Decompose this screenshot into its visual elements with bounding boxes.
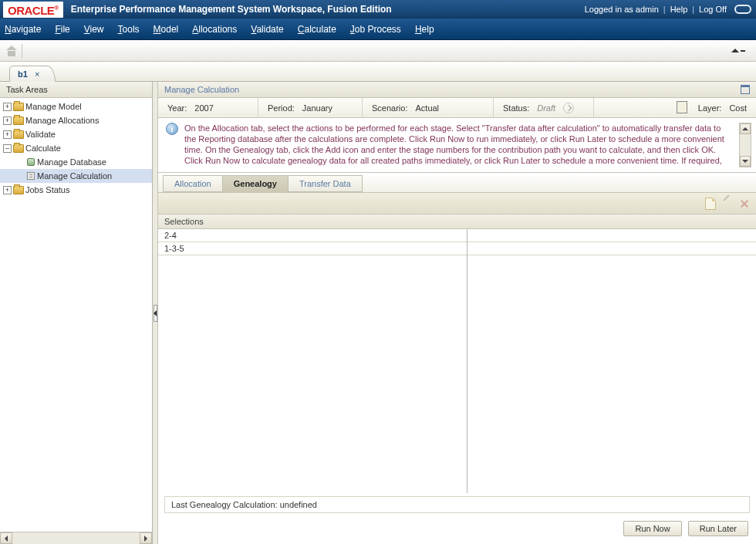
expand-icon[interactable]: + bbox=[3, 186, 12, 194]
grid-row[interactable]: 2-4 bbox=[158, 229, 756, 242]
database-icon bbox=[26, 157, 35, 167]
menu-allocations[interactable]: Allocations bbox=[192, 24, 237, 35]
menu-calculate[interactable]: Calculate bbox=[298, 24, 336, 35]
refresh-icon[interactable] bbox=[563, 103, 574, 113]
tab-transfer-data[interactable]: Transfer Data bbox=[288, 175, 363, 192]
triangle-right-icon bbox=[144, 536, 147, 542]
menu-model[interactable]: Model bbox=[154, 24, 179, 35]
folder-icon bbox=[13, 144, 24, 153]
separator: | bbox=[663, 5, 666, 14]
tree-label: Manage Allocations bbox=[25, 116, 99, 125]
pov-scenario-value: Actual bbox=[415, 103, 439, 113]
pov-period-value: January bbox=[302, 103, 332, 113]
help-link[interactable]: Help bbox=[670, 5, 688, 14]
scroll-down-button[interactable] bbox=[740, 156, 751, 167]
expand-icon[interactable]: + bbox=[3, 103, 12, 111]
info-panel: i On the Allocation tab, select the acti… bbox=[158, 118, 756, 173]
tab-allocation[interactable]: Allocation bbox=[163, 175, 223, 192]
pov-status[interactable]: Status: Draft bbox=[494, 98, 594, 117]
logged-in-label: Logged in as admin bbox=[585, 5, 659, 14]
task-tree: + Manage Model + Manage Allocations + Va… bbox=[0, 98, 152, 532]
pov-period[interactable]: Period: January bbox=[258, 98, 363, 117]
pov-year-value: 2007 bbox=[194, 103, 213, 113]
selections-grid: 2-4 1-3-5 bbox=[158, 229, 756, 493]
tree-label: Calculate bbox=[25, 144, 61, 153]
menu-bar: Navigate File View Tools Model Allocatio… bbox=[0, 19, 756, 40]
tree-item-calculate[interactable]: – Calculate bbox=[0, 141, 152, 155]
scroll-up-button[interactable] bbox=[740, 123, 751, 134]
sidebar-title: Task Areas bbox=[0, 82, 152, 98]
menu-job-process[interactable]: Job Process bbox=[350, 24, 401, 35]
tree-label: Manage Calculation bbox=[37, 171, 112, 181]
folder-icon bbox=[13, 130, 24, 139]
pov-status-label: Status: bbox=[503, 103, 529, 113]
triangle-down-icon bbox=[742, 160, 748, 163]
run-now-button[interactable]: Run Now bbox=[623, 521, 681, 536]
pov-scenario[interactable]: Scenario: Actual bbox=[363, 98, 494, 117]
pov-layer-value: Cost bbox=[729, 103, 747, 113]
scroll-right-button[interactable] bbox=[140, 532, 152, 544]
splitter-handle-icon bbox=[154, 305, 157, 322]
copy-icon[interactable] bbox=[678, 103, 687, 113]
pov-status-value: Draft bbox=[537, 103, 555, 113]
logoff-link[interactable]: Log Off bbox=[699, 5, 727, 14]
tab-genealogy[interactable]: Genealogy bbox=[222, 175, 289, 192]
splitter[interactable] bbox=[153, 82, 158, 544]
expand-icon[interactable]: + bbox=[3, 117, 12, 125]
grid-header-selections: Selections bbox=[158, 215, 756, 229]
pov-layer[interactable]: Layer: Cost bbox=[594, 98, 756, 117]
content-title: Manage Calculation bbox=[164, 85, 239, 94]
toolbar-strip bbox=[0, 40, 756, 62]
tree-item-manage-database[interactable]: Manage Database bbox=[0, 155, 152, 169]
last-calculation-status: Last Genealogy Calculation: undefined bbox=[164, 496, 750, 513]
info-icon: i bbox=[166, 123, 178, 135]
app-banner: ORACLE® Enterprise Performance Managemen… bbox=[0, 0, 756, 19]
content-area: Manage Calculation Year: 2007 Period: Ja… bbox=[158, 82, 756, 544]
pov-year[interactable]: Year: 2007 bbox=[158, 98, 258, 117]
tree-label: Jobs Status bbox=[25, 185, 69, 194]
pov-layer-label: Layer: bbox=[698, 103, 722, 113]
tree-item-manage-model[interactable]: + Manage Model bbox=[0, 100, 152, 113]
tree-item-validate[interactable]: + Validate bbox=[0, 127, 152, 141]
menu-help[interactable]: Help bbox=[415, 24, 434, 35]
grid-row[interactable]: 1-3-5 bbox=[158, 242, 756, 255]
new-icon[interactable] bbox=[705, 198, 716, 210]
menu-file[interactable]: File bbox=[55, 24, 69, 35]
tree-label: Manage Model bbox=[25, 102, 82, 111]
triangle-left-icon bbox=[5, 536, 8, 542]
home-icon[interactable] bbox=[6, 46, 17, 56]
grid-column-divider[interactable] bbox=[467, 229, 467, 493]
close-icon[interactable]: × bbox=[35, 69, 39, 79]
edit-icon[interactable] bbox=[722, 198, 733, 209]
app-title: Enterprise Performance Management System… bbox=[71, 4, 392, 15]
expand-icon[interactable]: + bbox=[3, 130, 12, 139]
pov-scenario-label: Scenario: bbox=[372, 103, 407, 113]
menu-validate[interactable]: Validate bbox=[251, 24, 284, 35]
document-tab-b1[interactable]: b1 × bbox=[9, 66, 56, 82]
folder-icon bbox=[13, 186, 24, 194]
tree-item-jobs-status[interactable]: + Jobs Status bbox=[0, 183, 152, 197]
scroll-left-button[interactable] bbox=[0, 532, 12, 544]
delete-icon[interactable] bbox=[739, 198, 750, 209]
folder-icon bbox=[13, 117, 24, 125]
tree-item-manage-allocations[interactable]: + Manage Allocations bbox=[0, 113, 152, 127]
maximize-icon[interactable] bbox=[741, 85, 750, 94]
sidebar-hscrollbar[interactable] bbox=[0, 532, 152, 544]
menu-tools[interactable]: Tools bbox=[118, 24, 140, 35]
separator bbox=[22, 44, 22, 58]
collapse-button[interactable] bbox=[727, 47, 750, 54]
tree-label: Manage Database bbox=[37, 157, 106, 167]
corporate-icon bbox=[734, 5, 751, 14]
run-later-button[interactable]: Run Later bbox=[688, 521, 748, 536]
info-scrollbar[interactable] bbox=[739, 123, 751, 167]
task-sidebar: Task Areas + Manage Model + Manage Alloc… bbox=[0, 82, 153, 544]
collapse-icon[interactable]: – bbox=[3, 144, 12, 153]
work-area: Task Areas + Manage Model + Manage Alloc… bbox=[0, 82, 756, 544]
tree-item-manage-calculation[interactable]: Manage Calculation bbox=[0, 169, 152, 183]
calculator-icon bbox=[26, 171, 35, 181]
chevron-up-icon bbox=[731, 49, 739, 52]
menu-view[interactable]: View bbox=[84, 24, 104, 35]
pov-period-label: Period: bbox=[268, 103, 295, 113]
oracle-logo: ORACLE® bbox=[3, 2, 63, 18]
menu-navigate[interactable]: Navigate bbox=[5, 24, 41, 35]
